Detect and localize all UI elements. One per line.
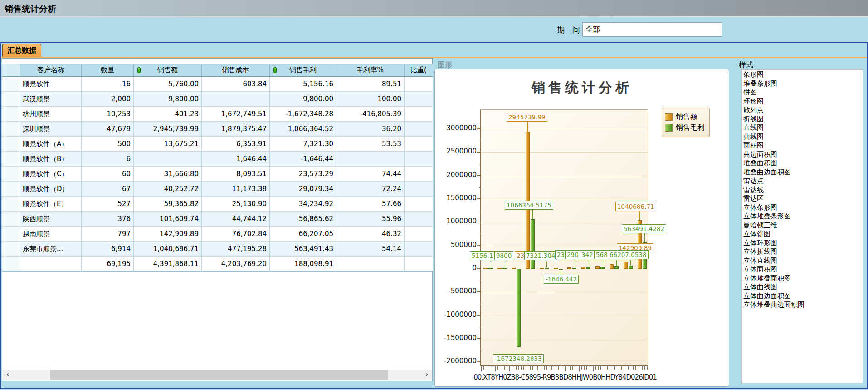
table-cell: 188,098.91	[270, 257, 336, 272]
row-header-cell[interactable]	[6, 212, 20, 227]
style-list-item[interactable]: 立体曲线图	[743, 283, 863, 292]
style-list-item[interactable]: 堆叠面积图	[743, 159, 863, 168]
table-row[interactable]: 越南顺景797142,909.8976,702.8466,207.0546.32	[2, 227, 433, 242]
tab-summary-data[interactable]: 汇总数据	[2, 44, 41, 57]
scroll-left-button[interactable]: ‹	[3, 370, 13, 380]
bar-sales	[624, 262, 628, 269]
style-list-item[interactable]: 立体堆叠面积图	[743, 274, 863, 283]
row-selector-cell[interactable]	[2, 152, 6, 167]
style-list-item[interactable]: 立体直线图	[743, 257, 863, 266]
style-list-item[interactable]: 散列点	[743, 106, 863, 115]
row-header-cell[interactable]	[6, 197, 20, 212]
table-cell: 40,252.72	[134, 182, 202, 197]
legend-item-sales: 销售额	[665, 112, 707, 122]
scroll-right-button[interactable]: ›	[422, 370, 432, 380]
row-header-cell[interactable]	[6, 77, 20, 92]
table-row[interactable]: 顺景软件（A）50013,675.216,353.917,321.3053.53	[2, 137, 433, 152]
table-cell: 54.14	[336, 242, 405, 257]
column-header-6[interactable]: 毛利率%	[336, 64, 405, 77]
style-list-item[interactable]: 堆叠曲边面积图	[743, 168, 863, 177]
table-total-row[interactable]: 69,1954,391,868.114,203,769.20188,098.91	[2, 257, 433, 272]
plot-area: 00.XT8YH0Z88-C5895-R9B3BD8HHJW0B0HHDY84D…	[480, 109, 648, 366]
table-row[interactable]: 杭州顺景10,253401.231,672,749.51-1,672,348.2…	[2, 107, 433, 122]
table-cell: 顺景软件（A）	[20, 137, 82, 152]
row-selector-cell[interactable]	[2, 122, 6, 137]
row-header-cell[interactable]	[6, 182, 20, 197]
style-list-item[interactable]: 立体条形图	[743, 203, 863, 212]
y-axis-tick	[477, 175, 481, 176]
style-list-item[interactable]: 堆叠条形图	[743, 79, 863, 89]
row-selector-cell[interactable]	[2, 197, 6, 212]
style-list-item[interactable]: 曲线图	[743, 133, 863, 142]
y-axis-tick	[477, 245, 481, 246]
style-list-item[interactable]: 立体环形图	[743, 239, 863, 248]
style-list-item[interactable]: 立体堆叠曲边面积图	[743, 301, 863, 310]
style-list-item[interactable]: 曼哈顿三维	[743, 221, 863, 230]
row-header-cell[interactable]	[6, 167, 20, 182]
style-list-item[interactable]: 直线图	[743, 123, 863, 133]
table-row[interactable]: 顺景软件（E）52759,365.8225,130.9034,234.9257.…	[2, 197, 433, 212]
table-row[interactable]: 顺景软件（D）6740,252.7211,173.3829,079.3472.2…	[2, 182, 433, 197]
label-connector	[505, 261, 505, 267]
row-header-cell[interactable]	[6, 257, 20, 272]
style-list-item[interactable]: 立体饼图	[743, 230, 863, 239]
style-list-item[interactable]: 立体曲边面积图	[743, 292, 863, 301]
y-axis-minor-tick	[479, 351, 481, 351]
table-cell: 376	[82, 212, 134, 227]
column-header-7[interactable]: 比重(	[405, 64, 433, 77]
table-row[interactable]: 东莞市顺景...6,9141,040,686.71477,195.28563,4…	[2, 242, 433, 257]
row-selector-cell[interactable]	[2, 227, 6, 242]
column-header-1[interactable]: 客户名称	[20, 64, 82, 77]
x-axis-label: 00.XT8YH0Z88-C5895-R9B3BD8HHJW0B0HHDY84D…	[465, 373, 665, 381]
column-header-2[interactable]: 数量	[82, 64, 134, 77]
bar-profit	[600, 267, 605, 269]
style-list-item[interactable]: 饼图	[743, 88, 863, 97]
column-header-4[interactable]: 销售成本	[202, 64, 270, 77]
period-input[interactable]	[582, 22, 722, 37]
column-header-3[interactable]: 销售额	[134, 64, 202, 77]
row-header-cell[interactable]	[6, 92, 20, 107]
table-cell: 66,207.05	[270, 227, 336, 242]
style-list-item[interactable]: 条形图	[743, 70, 863, 79]
row-header-cell[interactable]	[6, 107, 20, 122]
style-list-item[interactable]: 曲边面积图	[743, 150, 863, 159]
column-header-5[interactable]: 销售毛利	[270, 64, 336, 77]
h-scrollbar[interactable]: ‹ ›	[3, 370, 432, 380]
table-row[interactable]: 深圳顺景47,6792,945,739.991,879,375.471,066,…	[2, 122, 433, 137]
style-list-item[interactable]: 雷达线	[743, 186, 863, 195]
table-row[interactable]: 顺景软件（C）6031,666.808,093.5123,573.2974.44	[2, 167, 433, 182]
table-row[interactable]: 陕西顺景376101,609.7444,744.1256,865.6255.96	[2, 212, 433, 227]
table-cell	[405, 122, 433, 137]
row-selector-cell[interactable]	[2, 212, 6, 227]
table-row[interactable]: 顺景软件（B）61,646.44-1,646.44	[2, 152, 433, 167]
row-selector-cell[interactable]	[2, 137, 6, 152]
y-axis-tick	[477, 315, 481, 316]
style-list-item[interactable]: 雷达区	[743, 194, 863, 203]
style-list-item[interactable]: 环形图	[743, 97, 863, 106]
row-selector-cell[interactable]	[2, 182, 6, 197]
style-list-item[interactable]: 立体面积图	[743, 265, 863, 274]
table-cell: 顺景软件	[20, 77, 82, 92]
style-list-item[interactable]: 立体折线图	[743, 247, 863, 257]
row-selector-cell[interactable]	[2, 167, 6, 182]
style-list-item[interactable]: 面积图	[743, 141, 863, 150]
row-selector-cell[interactable]	[2, 257, 6, 272]
row-selector-cell[interactable]	[2, 107, 6, 122]
row-selector-cell[interactable]	[2, 92, 6, 107]
style-list-item[interactable]: 雷达点	[743, 177, 863, 186]
style-list-item[interactable]: 折线图	[743, 115, 863, 124]
table-cell	[405, 137, 433, 152]
row-header-cell[interactable]	[6, 227, 20, 242]
row-header-cell[interactable]	[6, 152, 20, 167]
table-row[interactable]: 武汉顺景2,0009,800.009,800.00100.00	[2, 92, 433, 107]
style-list-item[interactable]: 立体堆叠条形图	[743, 212, 863, 221]
row-header-cell[interactable]	[6, 137, 20, 152]
scroll-thumb[interactable]	[50, 370, 388, 380]
row-selector-cell[interactable]	[2, 242, 6, 257]
row-selector-cell[interactable]	[2, 77, 6, 92]
style-listbox[interactable]: 条形图堆叠条形图饼图环形图散列点折线图直线图曲线图面积图曲边面积图堆叠面积图堆叠…	[741, 69, 863, 383]
table-row[interactable]: 顺景软件165,760.00603.845,156.1689.51	[2, 77, 433, 92]
row-header-cell[interactable]	[6, 122, 20, 137]
row-header-cell[interactable]	[6, 242, 20, 257]
y-axis-tick	[477, 361, 481, 362]
